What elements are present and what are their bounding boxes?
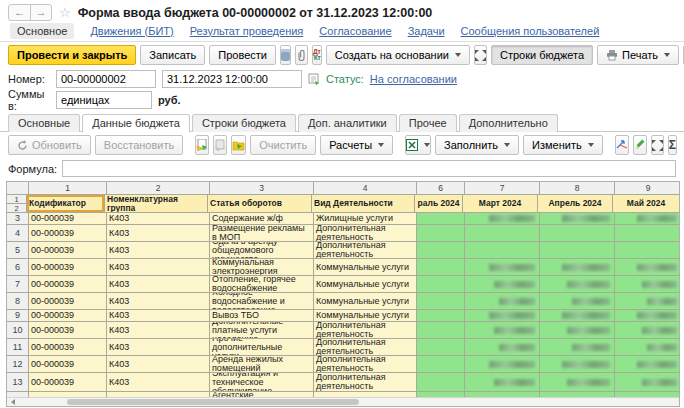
cell-activity-kind[interactable]: Дополнительная деятельность: [314, 322, 417, 339]
cell-may-2024[interactable]: [615, 322, 679, 339]
create-based-on-button[interactable]: Создать на основании: [326, 45, 470, 65]
row-number-cell[interactable]: 3: [7, 213, 29, 225]
cell-codifier[interactable]: 00-000039: [29, 293, 107, 310]
cell-mar-2024[interactable]: [465, 356, 540, 373]
cell-mar-2024[interactable]: [465, 339, 540, 356]
cell-apr-2024[interactable]: [540, 293, 615, 310]
cell-mar-2024[interactable]: [465, 293, 540, 310]
scrollbar-thumb[interactable]: [67, 399, 359, 405]
edit-cell-button[interactable]: [633, 135, 647, 155]
cell-apr-2024[interactable]: [540, 373, 615, 392]
cell-mar-2024[interactable]: [465, 322, 540, 339]
cell-turnover-article[interactable]: Отопление, горячее водоснабжение: [210, 276, 314, 293]
header-feb-2024[interactable]: раль 2024: [415, 195, 463, 213]
calculations-button[interactable]: Расчеты: [320, 135, 393, 155]
formula-input[interactable]: [62, 160, 676, 177]
cell-apr-2024[interactable]: [540, 322, 615, 339]
forward-arrow-icon[interactable]: →: [30, 5, 51, 20]
cell-feb-2024[interactable]: [417, 373, 465, 392]
cell-codifier[interactable]: 00-000039: [29, 339, 107, 356]
col-number[interactable]: 3: [210, 182, 314, 195]
dependencies-button[interactable]: [615, 135, 629, 155]
row-number-cell[interactable]: 11: [7, 339, 29, 356]
refresh-button[interactable]: Обновить: [8, 135, 91, 155]
cell-turnover-article[interactable]: Аренда нежилых помещений: [210, 356, 314, 373]
cell-turnover-article[interactable]: Прочие дополнительные услуги: [210, 339, 314, 356]
cell-nomenclature-group[interactable]: К403: [107, 322, 210, 339]
date-input[interactable]: [162, 70, 302, 88]
cell-turnover-article[interactable]: Содержание ж/ф: [210, 213, 314, 225]
col-number[interactable]: 2: [107, 182, 210, 195]
cell-activity-kind[interactable]: Дополнительная деятельность: [314, 339, 417, 356]
col-number[interactable]: 8: [540, 182, 615, 195]
tab-extra-analytics[interactable]: Доп. аналитики: [298, 114, 397, 132]
cell-turnover-article[interactable]: Эксплуатация и техническое обслуживание: [210, 373, 314, 392]
nav-item-posting-result[interactable]: Результат проведения: [190, 25, 304, 37]
cell-activity-kind[interactable]: Дополнительная деятельность: [314, 242, 417, 259]
cell-nomenclature-group[interactable]: К403: [107, 276, 210, 293]
expand-grid-button[interactable]: [651, 135, 664, 155]
cell-mar-2024[interactable]: [465, 310, 540, 322]
sums-input[interactable]: [56, 91, 152, 109]
post-and-close-button[interactable]: Провести и закрыть: [8, 45, 136, 65]
cell-nomenclature-group[interactable]: К403: [107, 310, 210, 322]
cell-may-2024[interactable]: [615, 339, 679, 356]
cell-mar-2024[interactable]: [465, 259, 540, 276]
row-number-cell[interactable]: 8: [7, 293, 29, 310]
tab-budget-data[interactable]: Данные бюджета: [82, 114, 190, 132]
cell-nomenclature-group[interactable]: К403: [107, 293, 210, 310]
tab-additional[interactable]: Дополнительно: [459, 114, 558, 132]
status-link[interactable]: На согласовании: [370, 73, 457, 85]
tab-main[interactable]: Основные: [8, 114, 80, 132]
cell-nomenclature-group[interactable]: К403: [107, 213, 210, 225]
cell-activity-kind[interactable]: Дополнительная деятельность: [314, 373, 417, 392]
row-number-cell[interactable]: 9: [7, 310, 29, 322]
sum-button[interactable]: Σ: [668, 135, 677, 155]
cell-apr-2024[interactable]: [540, 356, 615, 373]
load-data-button[interactable]: [195, 135, 209, 155]
cell-turnover-article[interactable]: Коммунальная электроэнергия: [210, 259, 314, 276]
col-number[interactable]: 4: [314, 182, 417, 195]
row-number-cell[interactable]: 4: [7, 225, 29, 242]
cell-apr-2024[interactable]: [540, 259, 615, 276]
cell-activity-kind[interactable]: Коммунальные услуги: [314, 259, 417, 276]
post-button[interactable]: Провести: [209, 45, 276, 65]
cell-activity-kind[interactable]: Коммунальные услуги: [314, 293, 417, 310]
cell-feb-2024[interactable]: [417, 339, 465, 356]
nav-item-approval[interactable]: Согласование: [319, 25, 391, 37]
scroll-left-arrow-icon[interactable]: [7, 398, 19, 406]
cell-may-2024[interactable]: [615, 213, 679, 225]
cell-turnover-article[interactable]: Сдача в аренду общедомового имущества: [210, 242, 314, 259]
header-nomenclature-group[interactable]: Номенклатурная группа: [105, 195, 208, 213]
fill-button[interactable]: Заполнить: [435, 135, 519, 155]
favorite-star-icon[interactable]: ☆: [59, 6, 71, 19]
cell-feb-2024[interactable]: [417, 259, 465, 276]
export-data-button[interactable]: [231, 135, 246, 155]
cell-mar-2024[interactable]: [465, 213, 540, 225]
cell-turnover-article[interactable]: Размещение рекламы в МОП: [210, 225, 314, 242]
budget-lines-button[interactable]: Строки бюджета: [491, 45, 593, 65]
header-turnover-article[interactable]: Статья оборотов: [208, 195, 312, 213]
cell-nomenclature-group[interactable]: К403: [107, 339, 210, 356]
cell-codifier[interactable]: 00-000039: [29, 322, 107, 339]
header-may-2024[interactable]: Май 2024: [613, 195, 679, 213]
card-view-button[interactable]: [280, 45, 291, 65]
cell-may-2024[interactable]: [615, 242, 679, 259]
cell-codifier[interactable]: 00-000039: [29, 373, 107, 392]
cell-may-2024[interactable]: [615, 293, 679, 310]
nav-item-movements[interactable]: Движения (БИТ): [90, 25, 173, 37]
cell-codifier[interactable]: 00-000039: [29, 213, 107, 225]
cell-codifier[interactable]: 00-000039: [29, 276, 107, 293]
restore-button[interactable]: Восстановить: [95, 135, 183, 155]
cell-nomenclature-group[interactable]: К403: [107, 225, 210, 242]
nav-item-tasks[interactable]: Задачи: [408, 25, 445, 37]
col-number[interactable]: 9: [615, 182, 679, 195]
excel-export-button[interactable]: [405, 135, 431, 155]
cell-turnover-article[interactable]: Дополнительные платные услуги населению: [210, 322, 314, 339]
cell-may-2024[interactable]: [615, 276, 679, 293]
number-input[interactable]: [56, 70, 156, 88]
row-number-cell[interactable]: 12: [7, 356, 29, 373]
cell-activity-kind[interactable]: Дополнительная деятельность: [314, 225, 417, 242]
cell-may-2024[interactable]: [615, 225, 679, 242]
col-number[interactable]: 1: [29, 182, 107, 195]
